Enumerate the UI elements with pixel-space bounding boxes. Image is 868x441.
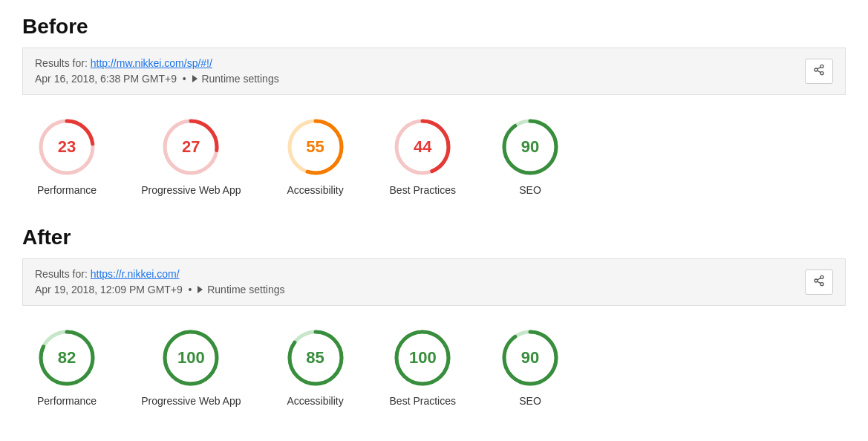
score-circle-perf-before: 23: [37, 117, 97, 177]
score-circle-seo-after: 90: [500, 328, 560, 388]
score-label-seo-after: SEO: [519, 395, 541, 407]
before-url[interactable]: http://mw.nikkei.com/sp/#!/: [91, 57, 212, 69]
score-number-seo-after: 90: [521, 348, 539, 368]
score-item-perf-before: 23Performance: [37, 117, 97, 196]
after-scores-row: 82Performance100Progressive Web App85Acc…: [22, 328, 846, 407]
after-heading: After: [22, 226, 846, 249]
score-circle-seo-before: 90: [500, 117, 560, 177]
score-item-seo-before: 90SEO: [500, 117, 560, 196]
score-label-bp-after: Best Practices: [390, 395, 456, 407]
score-label-acc-after: Accessibility: [287, 395, 343, 407]
score-number-seo-before: 90: [521, 137, 539, 157]
before-heading: Before: [22, 15, 846, 39]
svg-point-16: [815, 279, 818, 282]
svg-point-17: [820, 283, 823, 286]
score-label-seo-before: SEO: [519, 184, 541, 196]
score-number-acc-after: 85: [306, 348, 324, 368]
score-item-pwa-after: 100Progressive Web App: [141, 328, 241, 407]
score-label-pwa-after: Progressive Web App: [141, 395, 241, 407]
after-results-for-label: Results for:: [35, 268, 88, 280]
after-runtime-settings[interactable]: Runtime settings: [207, 284, 284, 295]
svg-line-18: [818, 281, 821, 284]
score-number-bp-after: 100: [409, 348, 437, 368]
before-share-button[interactable]: [805, 59, 833, 84]
score-item-perf-after: 82Performance: [37, 328, 97, 407]
score-item-seo-after: 90SEO: [500, 328, 560, 407]
score-circle-perf-after: 82: [37, 328, 97, 388]
score-item-pwa-before: 27Progressive Web App: [141, 117, 241, 196]
before-runtime-settings[interactable]: Runtime settings: [201, 73, 278, 85]
score-item-bp-after: 100Best Practices: [390, 328, 456, 407]
after-result-bar: Results for: https://r.nikkei.com/ Apr 1…: [22, 258, 846, 306]
score-number-bp-before: 44: [414, 137, 431, 157]
score-label-perf-before: Performance: [37, 184, 97, 196]
score-number-perf-after: 82: [58, 348, 76, 368]
before-scores-row: 23Performance27Progressive Web App55Acce…: [22, 117, 846, 196]
svg-point-2: [820, 72, 823, 75]
score-circle-acc-before: 55: [286, 117, 345, 177]
before-runtime-arrow: [192, 75, 198, 82]
svg-point-1: [815, 68, 818, 71]
score-label-acc-before: Accessibility: [287, 184, 343, 196]
score-number-pwa-after: 100: [177, 348, 205, 368]
after-runtime-arrow: [198, 286, 203, 293]
svg-line-3: [818, 71, 821, 73]
after-section: After Results for: https://r.nikkei.com/…: [22, 226, 846, 407]
score-circle-bp-before: 44: [393, 117, 452, 177]
score-item-acc-after: 85Accessibility: [286, 328, 345, 407]
svg-point-0: [820, 65, 823, 68]
before-results-for-label: Results for:: [35, 57, 88, 69]
score-circle-pwa-before: 27: [161, 117, 221, 177]
after-url[interactable]: https://r.nikkei.com/: [91, 268, 180, 280]
score-item-bp-before: 44Best Practices: [390, 117, 456, 196]
score-number-pwa-before: 27: [182, 137, 200, 157]
score-label-bp-before: Best Practices: [390, 184, 456, 196]
score-number-perf-before: 23: [58, 137, 76, 157]
after-date: Apr 19, 2018, 12:09 PM GMT+9: [35, 284, 183, 295]
before-section: Before Results for: http://mw.nikkei.com…: [22, 15, 846, 196]
svg-line-19: [818, 278, 821, 280]
score-label-pwa-before: Progressive Web App: [141, 184, 241, 196]
before-result-info: Results for: http://mw.nikkei.com/sp/#!/…: [35, 56, 279, 87]
score-item-acc-before: 55Accessibility: [286, 117, 345, 196]
score-number-acc-before: 55: [306, 137, 324, 157]
svg-point-15: [820, 275, 823, 278]
before-date: Apr 16, 2018, 6:38 PM GMT+9: [35, 73, 177, 85]
score-circle-pwa-after: 100: [161, 328, 221, 388]
score-circle-bp-after: 100: [393, 328, 452, 388]
score-circle-acc-after: 85: [286, 328, 345, 388]
before-result-bar: Results for: http://mw.nikkei.com/sp/#!/…: [22, 48, 846, 95]
svg-line-4: [818, 67, 821, 69]
after-result-info: Results for: https://r.nikkei.com/ Apr 1…: [35, 267, 284, 298]
score-label-perf-after: Performance: [37, 395, 97, 407]
after-share-button[interactable]: [805, 270, 833, 295]
